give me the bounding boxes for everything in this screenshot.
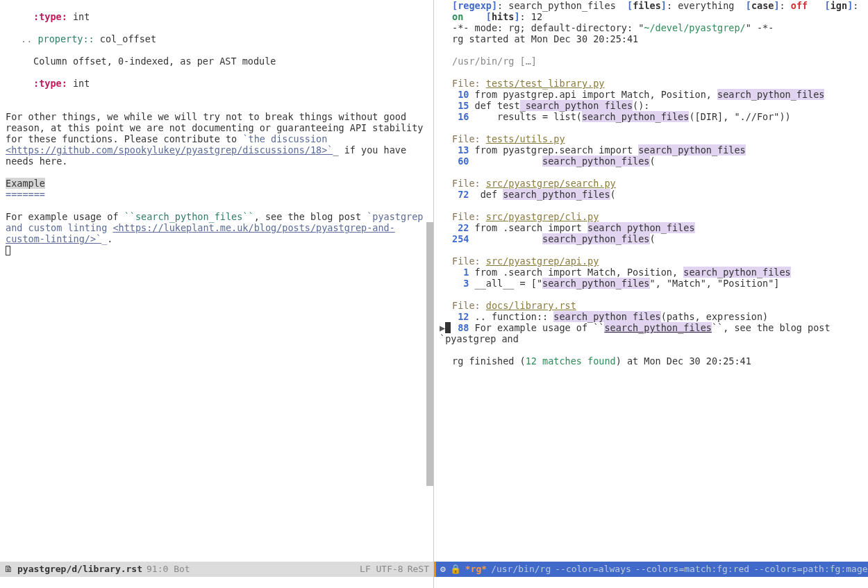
buffer-name: pyastgrep/d/library.rst bbox=[17, 562, 142, 577]
rg-hit[interactable]: 72 def search_python_files( bbox=[440, 189, 862, 200]
rg-hit[interactable]: 1 from .search import Match, Position, s… bbox=[440, 267, 862, 278]
rg-file-header[interactable]: File: docs/library.rst bbox=[440, 300, 862, 311]
rg-buffer-name: *rg* bbox=[465, 562, 487, 577]
lock-icon: 🔒 bbox=[450, 562, 461, 577]
rst-type-val-2: int bbox=[67, 78, 90, 89]
rg-hit[interactable]: 16 results = list(search_python_files([D… bbox=[440, 111, 862, 122]
rg-arg-1: --color=always bbox=[555, 562, 631, 577]
rst-paragraph-2a: For example usage of bbox=[6, 211, 124, 222]
rst-property-directive: property:: bbox=[32, 33, 94, 44]
rg-file-header[interactable]: File: src/pyastgrep/cli.py bbox=[440, 211, 862, 222]
rg-hit[interactable]: 22 from .search import search_python_fil… bbox=[440, 222, 862, 233]
rst-link-discussion-b[interactable]: <https://github.com/spookylukey/pyastgre… bbox=[6, 144, 333, 156]
rg-arg-3: --colors=path:fg:magenta bbox=[753, 562, 868, 577]
rst-paragraph-2b: , see the blog post bbox=[254, 211, 367, 222]
rst-link-discussion-a[interactable]: `the discussion bbox=[242, 133, 333, 144]
minibuffer[interactable] bbox=[0, 577, 433, 588]
left-scrollbar[interactable] bbox=[426, 222, 433, 486]
encoding: LF UTF-8 bbox=[360, 562, 403, 577]
cursor bbox=[6, 246, 10, 255]
rst-dots: .. bbox=[21, 33, 32, 44]
rg-arg-2: --colors=match:fg:red bbox=[635, 562, 749, 577]
rg-file-header[interactable]: File: src/pyastgrep/api.py bbox=[440, 255, 862, 267]
rg-hit-current[interactable]: ▶ 88 For example usage of ``search_pytho… bbox=[440, 322, 862, 344]
right-rg-pane: [regexp]: search_python_files [files]: e… bbox=[434, 0, 868, 588]
rg-header: [regexp]: search_python_files [files]: e… bbox=[440, 0, 862, 22]
rst-paragraph-2c: . bbox=[107, 233, 112, 244]
rst-type-directive-2: :type: bbox=[33, 78, 67, 89]
file-icon: 🗎 bbox=[4, 562, 13, 577]
rg-hit[interactable]: 254 search_python_files( bbox=[440, 233, 862, 244]
rg-hit[interactable]: 15 def test_search_python_files(): bbox=[440, 100, 862, 111]
rst-heading-example: Example bbox=[6, 178, 45, 189]
minibuffer-right[interactable] bbox=[434, 577, 868, 588]
left-editor-content[interactable]: :type: int .. property:: col_offset Colu… bbox=[0, 0, 433, 562]
rst-heading-underline: ======= bbox=[6, 189, 45, 200]
rg-hit[interactable]: 10 from pyastgrep.api import Match, Posi… bbox=[440, 89, 862, 100]
rg-started: rg started at Mon Dec 30 20:25:41 bbox=[440, 33, 862, 44]
rg-file-header[interactable]: File: tests/test_library.py bbox=[440, 78, 862, 89]
rg-hit[interactable]: 13 from pyastgrep.search import search_p… bbox=[440, 144, 862, 156]
gear-icon: ⚙ bbox=[440, 562, 446, 577]
major-mode: ReST bbox=[408, 562, 429, 577]
cursor-position: 91:0 Bot bbox=[147, 562, 190, 577]
rst-literal-search: ``search_python_files`` bbox=[124, 211, 254, 222]
rst-col-desc: Column offset, 0-indexed, as per AST mod… bbox=[33, 56, 276, 67]
left-modeline[interactable]: 🗎 pyastgrep/d/library.rst 91:0 Bot LF UT… bbox=[0, 562, 433, 577]
rg-hit[interactable]: 3 __all__ = ["search_python_files", "Mat… bbox=[440, 278, 862, 289]
rg-mode-line: -*- mode: rg; default-directory: "~/deve… bbox=[440, 22, 862, 33]
left-editor-pane: :type: int .. property:: col_offset Colu… bbox=[0, 0, 434, 588]
rg-cmd-path: /usr/bin/rg bbox=[491, 562, 551, 577]
rg-hit[interactable]: 12 .. function:: search_python_files(pat… bbox=[440, 311, 862, 322]
rg-finished: rg finished (12 matches found) at Mon De… bbox=[440, 355, 862, 367]
rst-paragraph-1: For other things, we while we will try n… bbox=[6, 111, 429, 144]
right-modeline[interactable]: ⚙ 🔒 *rg* /usr/bin/rg --color=always --co… bbox=[434, 562, 868, 577]
rg-command-path: /usr/bin/rg […] bbox=[440, 56, 862, 67]
rst-type-val: int bbox=[67, 11, 90, 22]
rg-file-header[interactable]: File: src/pyastgrep/search.py bbox=[440, 178, 862, 189]
rg-file-header[interactable]: File: tests/utils.py bbox=[440, 133, 862, 144]
rst-type-directive: :type: bbox=[33, 11, 67, 22]
rg-results-content[interactable]: [regexp]: search_python_files [files]: e… bbox=[434, 0, 868, 562]
rst-property-name: col_offset bbox=[94, 33, 156, 44]
rg-hit[interactable]: 60 search_python_files( bbox=[440, 156, 862, 167]
